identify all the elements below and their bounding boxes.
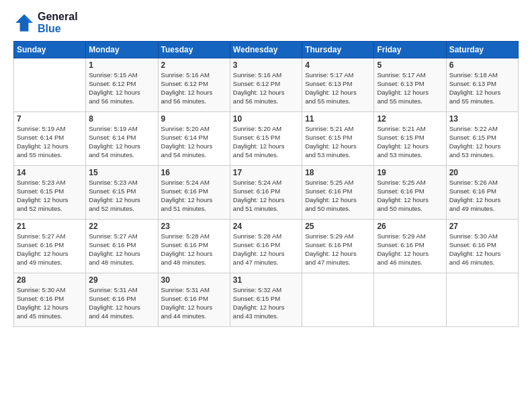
cell-text: Sunrise: 5:25 AM Sunset: 6:16 PM Dayligh… xyxy=(377,179,443,213)
table-row: 15Sunrise: 5:23 AM Sunset: 6:15 PM Dayli… xyxy=(86,166,158,220)
cell-text: Sunrise: 5:26 AM Sunset: 6:16 PM Dayligh… xyxy=(449,179,515,213)
table-row: 9Sunrise: 5:20 AM Sunset: 6:14 PM Daylig… xyxy=(158,112,230,166)
cell-text: Sunrise: 5:17 AM Sunset: 6:13 PM Dayligh… xyxy=(377,71,443,105)
cell-text: Sunrise: 5:17 AM Sunset: 6:13 PM Dayligh… xyxy=(305,71,371,105)
cell-text: Sunrise: 5:22 AM Sunset: 6:15 PM Dayligh… xyxy=(449,125,515,159)
cell-text: Sunrise: 5:30 AM Sunset: 6:16 PM Dayligh… xyxy=(17,286,83,320)
col-header-saturday: Saturday xyxy=(446,42,518,58)
day-number: 30 xyxy=(161,275,227,285)
table-row: 13Sunrise: 5:22 AM Sunset: 6:15 PM Dayli… xyxy=(446,112,518,166)
table-row: 19Sunrise: 5:25 AM Sunset: 6:16 PM Dayli… xyxy=(374,166,446,220)
col-header-thursday: Thursday xyxy=(302,42,374,58)
cell-text: Sunrise: 5:19 AM Sunset: 6:14 PM Dayligh… xyxy=(17,125,83,159)
cell-text: Sunrise: 5:31 AM Sunset: 6:16 PM Dayligh… xyxy=(161,286,227,320)
cell-text: Sunrise: 5:23 AM Sunset: 6:15 PM Dayligh… xyxy=(89,179,154,213)
cell-text: Sunrise: 5:15 AM Sunset: 6:12 PM Dayligh… xyxy=(89,71,154,105)
cell-text: Sunrise: 5:24 AM Sunset: 6:16 PM Dayligh… xyxy=(161,179,227,213)
cell-text: Sunrise: 5:16 AM Sunset: 6:12 PM Dayligh… xyxy=(161,71,227,105)
day-number: 21 xyxy=(17,222,83,231)
table-row: 29Sunrise: 5:31 AM Sunset: 6:16 PM Dayli… xyxy=(86,273,158,327)
col-header-tuesday: Tuesday xyxy=(158,42,230,58)
day-number: 2 xyxy=(161,60,227,70)
day-number: 9 xyxy=(161,114,227,124)
logo-text: General Blue xyxy=(38,11,78,34)
day-number: 31 xyxy=(233,275,299,285)
day-number: 28 xyxy=(17,275,83,285)
table-row xyxy=(374,273,446,327)
table-row: 7Sunrise: 5:19 AM Sunset: 6:14 PM Daylig… xyxy=(14,112,86,166)
table-row: 1Sunrise: 5:15 AM Sunset: 6:12 PM Daylig… xyxy=(86,58,158,112)
table-row: 17Sunrise: 5:24 AM Sunset: 6:16 PM Dayli… xyxy=(230,166,302,220)
logo-icon xyxy=(13,12,35,34)
cell-text: Sunrise: 5:27 AM Sunset: 6:16 PM Dayligh… xyxy=(89,232,154,267)
cell-text: Sunrise: 5:18 AM Sunset: 6:13 PM Dayligh… xyxy=(449,71,515,105)
day-number: 17 xyxy=(233,168,299,177)
table-row: 3Sunrise: 5:16 AM Sunset: 6:12 PM Daylig… xyxy=(230,58,302,112)
cell-text: Sunrise: 5:28 AM Sunset: 6:16 PM Dayligh… xyxy=(233,232,299,267)
col-header-friday: Friday xyxy=(374,42,446,58)
day-number: 24 xyxy=(233,222,299,231)
day-number: 14 xyxy=(17,168,83,177)
table-row: 5Sunrise: 5:17 AM Sunset: 6:13 PM Daylig… xyxy=(374,58,446,112)
day-number: 6 xyxy=(449,60,515,70)
table-row: 28Sunrise: 5:30 AM Sunset: 6:16 PM Dayli… xyxy=(14,273,86,327)
cell-text: Sunrise: 5:19 AM Sunset: 6:14 PM Dayligh… xyxy=(89,125,154,159)
table-row: 23Sunrise: 5:28 AM Sunset: 6:16 PM Dayli… xyxy=(158,220,230,273)
table-row: 27Sunrise: 5:30 AM Sunset: 6:16 PM Dayli… xyxy=(446,220,518,273)
table-row: 8Sunrise: 5:19 AM Sunset: 6:14 PM Daylig… xyxy=(86,112,158,166)
day-number: 10 xyxy=(233,114,299,124)
table-row: 2Sunrise: 5:16 AM Sunset: 6:12 PM Daylig… xyxy=(158,58,230,112)
cell-text: Sunrise: 5:23 AM Sunset: 6:15 PM Dayligh… xyxy=(17,179,83,213)
day-number: 15 xyxy=(89,168,154,177)
day-number: 8 xyxy=(89,114,154,124)
day-number: 19 xyxy=(377,168,443,177)
cell-text: Sunrise: 5:21 AM Sunset: 6:15 PM Dayligh… xyxy=(305,125,371,159)
cell-text: Sunrise: 5:28 AM Sunset: 6:16 PM Dayligh… xyxy=(161,232,227,267)
day-number: 18 xyxy=(305,168,371,177)
table-row xyxy=(446,273,518,327)
table-row xyxy=(14,58,86,112)
cell-text: Sunrise: 5:27 AM Sunset: 6:16 PM Dayligh… xyxy=(17,232,83,267)
day-number: 26 xyxy=(377,222,443,231)
cell-text: Sunrise: 5:32 AM Sunset: 6:15 PM Dayligh… xyxy=(233,286,299,320)
day-number: 23 xyxy=(161,222,227,231)
cell-text: Sunrise: 5:25 AM Sunset: 6:16 PM Dayligh… xyxy=(305,179,371,213)
calendar-table: SundayMondayTuesdayWednesdayThursdayFrid… xyxy=(13,41,519,327)
table-row: 22Sunrise: 5:27 AM Sunset: 6:16 PM Dayli… xyxy=(86,220,158,273)
table-row: 10Sunrise: 5:20 AM Sunset: 6:15 PM Dayli… xyxy=(230,112,302,166)
cell-text: Sunrise: 5:24 AM Sunset: 6:16 PM Dayligh… xyxy=(233,179,299,213)
day-number: 27 xyxy=(449,222,515,231)
col-header-wednesday: Wednesday xyxy=(230,42,302,58)
day-number: 5 xyxy=(377,60,443,70)
day-number: 4 xyxy=(305,60,371,70)
day-number: 12 xyxy=(377,114,443,124)
day-number: 13 xyxy=(449,114,515,124)
day-number: 11 xyxy=(305,114,371,124)
table-row: 25Sunrise: 5:29 AM Sunset: 6:16 PM Dayli… xyxy=(302,220,374,273)
cell-text: Sunrise: 5:29 AM Sunset: 6:16 PM Dayligh… xyxy=(377,232,443,267)
cell-text: Sunrise: 5:20 AM Sunset: 6:14 PM Dayligh… xyxy=(161,125,227,159)
day-number: 22 xyxy=(89,222,154,231)
cell-text: Sunrise: 5:29 AM Sunset: 6:16 PM Dayligh… xyxy=(305,232,371,267)
day-number: 3 xyxy=(233,60,299,70)
col-header-monday: Monday xyxy=(86,42,158,58)
cell-text: Sunrise: 5:31 AM Sunset: 6:16 PM Dayligh… xyxy=(89,286,154,320)
cell-text: Sunrise: 5:30 AM Sunset: 6:16 PM Dayligh… xyxy=(449,232,515,267)
header: General Blue xyxy=(13,11,519,34)
table-row: 16Sunrise: 5:24 AM Sunset: 6:16 PM Dayli… xyxy=(158,166,230,220)
table-row: 31Sunrise: 5:32 AM Sunset: 6:15 PM Dayli… xyxy=(230,273,302,327)
table-row: 6Sunrise: 5:18 AM Sunset: 6:13 PM Daylig… xyxy=(446,58,518,112)
day-number: 29 xyxy=(89,275,154,285)
table-row: 30Sunrise: 5:31 AM Sunset: 6:16 PM Dayli… xyxy=(158,273,230,327)
cell-text: Sunrise: 5:20 AM Sunset: 6:15 PM Dayligh… xyxy=(233,125,299,159)
table-row: 21Sunrise: 5:27 AM Sunset: 6:16 PM Dayli… xyxy=(14,220,86,273)
table-row: 18Sunrise: 5:25 AM Sunset: 6:16 PM Dayli… xyxy=(302,166,374,220)
day-number: 7 xyxy=(17,114,83,124)
table-row xyxy=(302,273,374,327)
table-row: 20Sunrise: 5:26 AM Sunset: 6:16 PM Dayli… xyxy=(446,166,518,220)
table-row: 11Sunrise: 5:21 AM Sunset: 6:15 PM Dayli… xyxy=(302,112,374,166)
day-number: 16 xyxy=(161,168,227,177)
cell-text: Sunrise: 5:16 AM Sunset: 6:12 PM Dayligh… xyxy=(233,71,299,105)
col-header-sunday: Sunday xyxy=(14,42,86,58)
day-number: 25 xyxy=(305,222,371,231)
